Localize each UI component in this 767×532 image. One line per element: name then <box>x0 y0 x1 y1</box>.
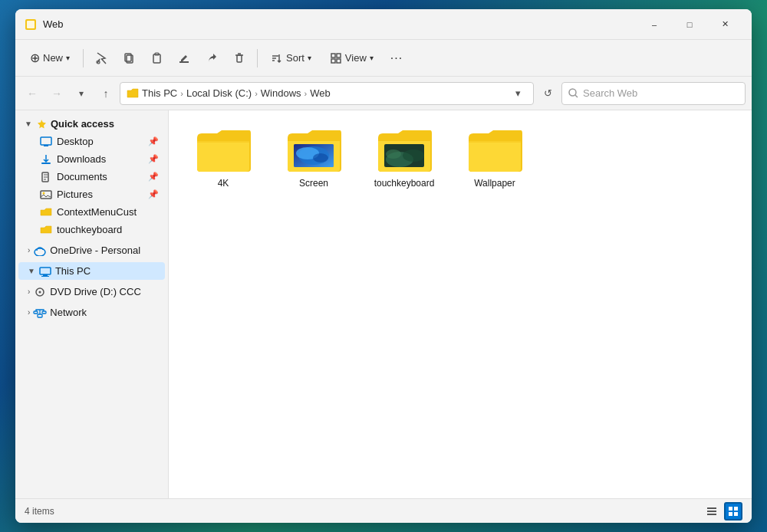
breadcrumb-web[interactable]: Web <box>310 87 331 99</box>
new-button[interactable]: ⊕ New ▾ <box>21 46 78 70</box>
dvddrive-section: › DVD Drive (D:) CCC <box>15 283 168 300</box>
sidebar: ▼ Quick access Desktop 📌 Downloads 📌 <box>15 110 169 498</box>
sidebar-item-pictures[interactable]: Pictures 📌 <box>18 186 165 203</box>
file-label-wallpaper: Wallpaper <box>474 178 515 189</box>
file-label-touchkeyboard: touchkeyboard <box>374 178 435 189</box>
list-view-button[interactable] <box>703 502 721 521</box>
svg-rect-11 <box>331 59 335 63</box>
forward-button[interactable]: → <box>46 83 67 104</box>
view-label: View <box>345 52 367 64</box>
file-label-4k: 4K <box>218 178 229 189</box>
documents-icon <box>40 172 52 182</box>
view-button[interactable]: View ▾ <box>321 48 382 69</box>
svg-rect-17 <box>41 163 51 164</box>
file-item-touchkeyboard[interactable]: touchkeyboard <box>362 123 446 195</box>
refresh-button[interactable]: ↺ <box>537 83 558 104</box>
search-icon <box>568 88 578 98</box>
back-button[interactable]: ← <box>21 83 43 104</box>
window-icon <box>25 18 37 31</box>
dvddrive-header[interactable]: › DVD Drive (D:) CCC <box>18 283 165 300</box>
more-icon: ··· <box>390 51 403 65</box>
svg-rect-7 <box>179 61 189 63</box>
svg-rect-10 <box>337 54 341 57</box>
cut-button[interactable] <box>88 48 114 69</box>
folder-4k-icon <box>196 129 251 173</box>
file-item-screen[interactable]: Screen <box>272 123 356 195</box>
sidebar-item-pictures-label: Pictures <box>57 189 93 200</box>
svg-point-38 <box>386 149 401 159</box>
sep-3: › <box>304 89 308 98</box>
close-button[interactable]: ✕ <box>707 12 742 37</box>
status-text: 4 items <box>25 506 54 517</box>
quick-access-label: Quick access <box>51 118 114 130</box>
delete-icon <box>233 52 245 64</box>
breadcrumb-localdisk[interactable]: Local Disk (C:) <box>186 87 252 99</box>
svg-rect-40 <box>707 511 716 512</box>
quick-access-header[interactable]: ▼ Quick access <box>18 115 165 133</box>
pictures-icon <box>40 189 52 200</box>
rename-button[interactable] <box>171 48 197 69</box>
svg-rect-43 <box>734 507 738 511</box>
sort-icon <box>271 52 283 64</box>
folder-icon-cm <box>40 207 52 218</box>
maximize-button[interactable]: □ <box>672 12 707 37</box>
breadcrumb-windows[interactable]: Windows <box>261 87 301 99</box>
separator-2 <box>257 49 258 67</box>
share-button[interactable] <box>199 48 225 69</box>
svg-rect-45 <box>734 512 738 516</box>
sidebar-item-downloads[interactable]: Downloads 📌 <box>18 150 165 168</box>
onedrive-icon <box>33 245 47 256</box>
svg-point-13 <box>569 89 576 96</box>
expand-button[interactable]: ▾ <box>71 83 92 104</box>
sidebar-item-contextmenucust[interactable]: ContextMenuCust <box>18 203 165 221</box>
onedrive-header[interactable]: › OneDrive - Personal <box>18 241 165 259</box>
file-item-wallpaper[interactable]: Wallpaper <box>453 123 537 195</box>
path-folder-icon <box>127 88 139 99</box>
minimize-button[interactable]: – <box>637 12 672 37</box>
quick-access-section: ▼ Quick access Desktop 📌 Downloads 📌 <box>15 115 168 238</box>
more-button[interactable]: ··· <box>384 47 410 70</box>
thispc-chevron: ▼ <box>28 267 35 275</box>
svg-rect-29 <box>42 311 46 314</box>
search-box[interactable]: Search Web <box>561 82 746 105</box>
status-bar: 4 items <box>15 498 752 523</box>
file-item-4k[interactable]: 4K <box>181 123 265 195</box>
copy-button[interactable] <box>116 48 142 69</box>
svg-rect-24 <box>41 276 49 277</box>
title-bar: Web – □ ✕ <box>15 9 752 40</box>
pin-icon-documents: 📌 <box>148 172 159 182</box>
file-label-screen: Screen <box>299 178 328 189</box>
grid-view-button[interactable] <box>724 502 742 521</box>
address-path[interactable]: This PC › Local Disk (C:) › Windows › We… <box>120 82 534 105</box>
sidebar-item-documents[interactable]: Documents 📌 <box>18 168 165 186</box>
file-explorer-window: Web – □ ✕ ⊕ New ▾ <box>15 9 752 523</box>
sidebar-item-touchkeyboard-label: touchkeyboard <box>57 224 122 235</box>
thispc-header[interactable]: ▼ This PC <box>18 262 165 280</box>
network-header[interactable]: › Network <box>18 304 165 321</box>
sidebar-item-touchkeyboard[interactable]: touchkeyboard <box>18 221 165 238</box>
address-dropdown-button[interactable]: ▾ <box>509 83 527 104</box>
new-chevron: ▾ <box>66 54 70 62</box>
file-area: 4K <box>169 110 752 498</box>
view-icon <box>330 52 342 64</box>
up-button[interactable]: ↑ <box>95 83 117 104</box>
new-label: New <box>43 52 63 64</box>
sidebar-item-documents-label: Documents <box>57 171 107 182</box>
paste-icon <box>150 52 163 64</box>
svg-line-14 <box>575 95 578 97</box>
pin-icon-downloads: 📌 <box>148 154 159 164</box>
search-placeholder: Search Web <box>583 87 637 99</box>
sidebar-item-desktop[interactable]: Desktop 📌 <box>18 133 165 150</box>
svg-rect-41 <box>707 514 716 515</box>
network-chevron: › <box>28 308 30 317</box>
paste-button[interactable] <box>143 48 170 69</box>
sidebar-item-desktop-label: Desktop <box>57 136 94 147</box>
sidebar-item-contextmenucust-label: ContextMenuCust <box>57 206 137 218</box>
svg-rect-44 <box>729 512 732 516</box>
network-icon <box>33 307 47 318</box>
svg-rect-8 <box>237 55 242 62</box>
breadcrumb-thispc[interactable]: This PC <box>142 87 177 99</box>
delete-button[interactable] <box>226 48 252 69</box>
sort-button[interactable]: Sort ▾ <box>262 48 320 69</box>
rename-icon <box>178 52 190 64</box>
